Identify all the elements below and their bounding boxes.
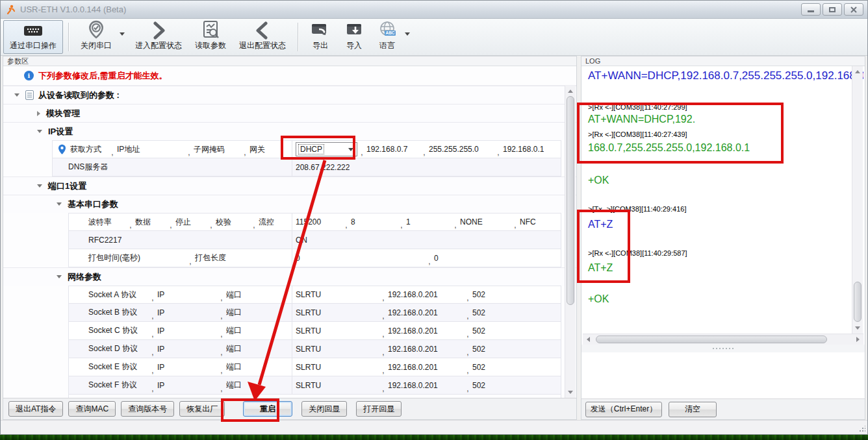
socket-ip-value[interactable]: 192.168.0.201 — [388, 345, 463, 354]
expander-down-icon[interactable] — [14, 93, 19, 97]
socket-port-value[interactable]: 502 — [472, 290, 485, 299]
socket-ip-value[interactable]: 192.168.0.201 — [388, 290, 463, 299]
section-port1-settings[interactable]: 端口1设置 — [3, 177, 576, 195]
section-label: 网络参数 — [68, 271, 101, 283]
query-version-button[interactable]: 查询版本号 — [121, 401, 174, 417]
expander-down-icon[interactable] — [37, 130, 42, 133]
socket-protocol-value[interactable]: SLRTU — [296, 381, 379, 390]
socket-protocol-value[interactable]: SLRTU — [296, 308, 379, 317]
dns-value[interactable]: 208.67.222.222 — [296, 163, 350, 172]
ip-mode-combobox[interactable]: DHCP — [296, 142, 357, 156]
echo-on-button[interactable]: 打开回显 — [356, 401, 402, 417]
socket-port-label: 端口 — [226, 380, 242, 391]
socket-protocol-label: Socket A 协议 — [69, 289, 148, 300]
factory-reset-button[interactable]: 恢复出厂 — [179, 401, 225, 417]
socket-port-value[interactable]: 502 — [472, 345, 485, 354]
table-row-socket-a: Socket A 协议 IP 端口 SLRTU 192.168.0.201 50… — [68, 286, 561, 304]
toolbar-language-button[interactable]: ABC 语言 — [371, 20, 403, 54]
separator — [217, 312, 226, 321]
log-view[interactable]: AT+WANN=DHCP,192.168.0.7,255.255.255.0,1… — [583, 66, 863, 334]
toolbar-enter-config-button[interactable]: 进入配置状态 — [129, 20, 188, 54]
pack-length-label: 打包长度 — [195, 252, 226, 263]
scroll-left-arrow-icon[interactable] — [583, 334, 593, 345]
socket-ip-label: IP — [157, 381, 217, 390]
parity-label: 校验 — [216, 217, 249, 228]
expander-down-icon[interactable] — [57, 275, 62, 278]
language-dropdown-arrow[interactable] — [405, 36, 410, 47]
socket-port-value[interactable]: 502 — [472, 308, 485, 317]
rfc2217-value[interactable]: ON — [296, 236, 307, 245]
socket-ip-value[interactable]: 192.168.0.201 — [388, 363, 463, 372]
section-basic-serial[interactable]: 基本串口参数 — [3, 195, 576, 213]
maximize-button[interactable] — [823, 3, 842, 16]
toolbar-close-serial-button[interactable]: 关闭串口 — [74, 20, 118, 54]
send-button[interactable]: 发送（Ctrl+Enter） — [585, 402, 662, 417]
log-horizontal-scrollbar[interactable] — [583, 334, 863, 345]
gateway-value[interactable]: 192.168.0.1 — [503, 145, 544, 154]
flow-control-value[interactable]: NFC — [520, 217, 536, 226]
socket-port-label: 端口 — [226, 343, 242, 354]
socket-protocol-value[interactable]: SLRTU — [296, 363, 379, 372]
ip-address-value[interactable]: 192.168.0.7 — [366, 145, 420, 154]
send-input[interactable] — [583, 352, 863, 398]
minimize-button[interactable] — [801, 3, 821, 16]
scroll-up-arrow-icon[interactable] — [852, 67, 863, 77]
socket-protocol-value[interactable]: SLRTU — [296, 345, 379, 354]
table-row-dns: DNS服务器 208.67.222.222 — [52, 158, 561, 177]
scroll-down-arrow-icon[interactable] — [565, 387, 576, 397]
scrollbar-thumb[interactable] — [854, 282, 862, 322]
toolbar-read-params-button[interactable]: 读取参数 — [188, 20, 233, 54]
pack-time-value[interactable]: 0 — [296, 254, 425, 263]
socket-protocol-value[interactable]: SLRTU — [296, 326, 379, 336]
close-button[interactable] — [844, 3, 863, 16]
socket-protocol-value[interactable]: SLRTU — [296, 290, 379, 299]
toolbar-import-button[interactable]: 导入 — [337, 20, 371, 54]
socket-port-value[interactable]: 502 — [472, 381, 485, 390]
stop-bits-value[interactable]: 1 — [406, 217, 451, 226]
scroll-right-arrow-icon[interactable] — [853, 334, 863, 345]
scrollbar-thumb[interactable] — [567, 96, 574, 305]
tree-root-row[interactable]: 从设备读取到的参数 : — [3, 86, 576, 104]
subnet-mask-value[interactable]: 255.255.255.0 — [429, 145, 494, 154]
scroll-down-arrow-icon[interactable] — [852, 323, 863, 333]
restart-notice-row: 下列参数修改后,需重启才能生效。 — [3, 66, 576, 86]
socket-port-value[interactable]: 502 — [472, 326, 485, 336]
expander-down-icon[interactable] — [57, 202, 62, 206]
log-vertical-scrollbar[interactable] — [852, 66, 863, 334]
pack-length-value[interactable]: 0 — [434, 254, 439, 263]
socket-ip-value[interactable]: 192.168.0.201 — [388, 381, 463, 390]
scrollbar-thumb[interactable] — [596, 336, 827, 343]
clear-button[interactable]: 清空 — [669, 402, 717, 417]
parity-value[interactable]: NONE — [460, 217, 511, 226]
params-vertical-scrollbar[interactable] — [565, 86, 576, 398]
socket-port-value[interactable]: 502 — [472, 363, 485, 372]
separator — [148, 366, 157, 376]
panel-splitter[interactable] — [576, 221, 580, 247]
restart-button[interactable]: 重启 — [243, 401, 292, 417]
expander-down-icon[interactable] — [37, 184, 42, 188]
expander-right-icon[interactable] — [37, 111, 40, 116]
separator — [494, 148, 503, 158]
resize-grip[interactable] — [859, 426, 865, 432]
baud-rate-value[interactable]: 115200 — [296, 217, 342, 226]
section-network-params[interactable]: 网络参数 — [3, 267, 576, 286]
scroll-up-arrow-icon[interactable] — [565, 86, 576, 96]
data-bits-value[interactable]: 8 — [351, 217, 397, 226]
close-serial-dropdown-arrow[interactable] — [120, 36, 125, 47]
table-row-rfc2217: RFC2217 ON — [68, 231, 561, 249]
maximize-icon — [829, 7, 836, 12]
exit-at-command-button[interactable]: 退出AT指令 — [8, 401, 63, 417]
log-send-splitter[interactable] — [581, 345, 865, 352]
socket-ip-value[interactable]: 192.168.0.201 — [388, 326, 463, 336]
toolbar-serial-mode-button[interactable]: 通过串口操作 — [3, 20, 63, 54]
toolbar-export-button[interactable]: 导出 — [303, 20, 337, 54]
status-bar — [1, 420, 867, 434]
app-window: USR-ETH V1.0.0.144 (Beta) 通过串口操作 — [0, 0, 868, 435]
section-module-management[interactable]: 模块管理 — [3, 104, 576, 122]
socket-ip-label: IP — [157, 308, 217, 317]
query-mac-button[interactable]: 查询MAC — [68, 401, 116, 417]
section-ip-settings[interactable]: IP设置 — [3, 122, 576, 140]
echo-off-button[interactable]: 关闭回显 — [301, 401, 347, 417]
socket-ip-value[interactable]: 192.168.0.201 — [388, 308, 463, 317]
toolbar-exit-config-button[interactable]: 退出配置状态 — [233, 20, 292, 54]
